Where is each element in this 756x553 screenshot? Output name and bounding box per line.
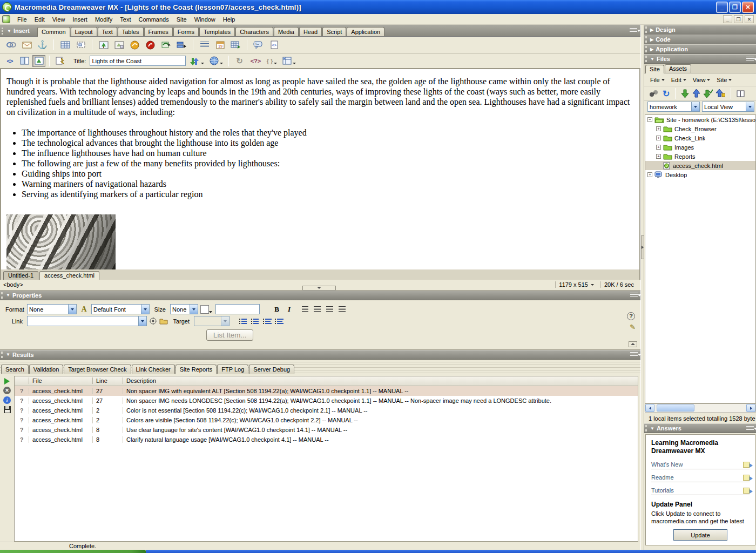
doc-tab-access-check[interactable]: access_check.html <box>39 271 99 280</box>
split-view-icon[interactable] <box>18 55 31 67</box>
description-column-header[interactable]: Description <box>123 377 638 384</box>
insert-tab-forms[interactable]: Forms <box>173 27 199 36</box>
panel-gripper[interactable] <box>645 26 649 33</box>
tree-item-check-browser[interactable]: + Check_Browser <box>645 124 755 133</box>
expand-box-icon[interactable]: + <box>656 154 661 159</box>
results-tab-validation[interactable]: Validation <box>29 365 64 374</box>
format-select[interactable]: None <box>27 304 77 314</box>
tree-item-desktop[interactable]: + Desktop <box>645 170 755 179</box>
panel-gripper[interactable] <box>2 28 5 35</box>
help-icon[interactable]: ? <box>627 312 635 320</box>
answers-panel-header[interactable]: ▼ Answers <box>644 423 756 433</box>
color-value-input[interactable] <box>215 304 260 314</box>
results-tab-ftp-log[interactable]: FTP Log <box>217 365 248 374</box>
panel-gripper[interactable] <box>645 56 649 62</box>
panel-options-icon[interactable] <box>630 28 637 33</box>
scrollbar-thumb[interactable] <box>657 404 694 412</box>
email-link-icon[interactable] <box>20 39 33 51</box>
more-info-icon[interactable]: i <box>3 396 11 404</box>
design-panel-header[interactable]: ▶ Design <box>644 25 756 35</box>
table-row[interactable]: ? access_check.html 2 Colors are visible… <box>15 415 638 425</box>
ordered-list-icon[interactable] <box>252 317 262 326</box>
whats-new-link[interactable]: What's New <box>651 460 750 469</box>
files-menu-site[interactable]: Site <box>714 76 734 84</box>
align-center-icon[interactable] <box>314 306 321 312</box>
start-button[interactable] <box>0 550 146 553</box>
properties-panel-header[interactable]: ▼ Properties <box>0 291 640 300</box>
align-right-icon[interactable] <box>326 306 333 312</box>
menu-commands[interactable]: Commands <box>134 15 172 24</box>
tag-chooser-icon[interactable]: <> <box>267 39 281 51</box>
window-size-selector[interactable]: 1179 x 515 <box>555 281 597 288</box>
justify-icon[interactable] <box>339 306 346 312</box>
size-select[interactable]: None <box>170 304 198 314</box>
design-view-icon[interactable] <box>32 55 45 67</box>
preview-in-browser-icon[interactable] <box>207 55 225 67</box>
chevron-down-icon[interactable] <box>190 305 198 314</box>
dock-collapse-button[interactable] <box>641 235 644 259</box>
readme-link[interactable]: Readme <box>651 473 750 482</box>
code-navigation-icon[interactable]: { } <box>265 55 278 67</box>
panel-gripper[interactable] <box>1 292 4 299</box>
results-tab-target-browser-check[interactable]: Target Browser Check <box>64 365 131 374</box>
outdent-icon[interactable] <box>264 317 274 326</box>
file-management-icon[interactable] <box>187 55 206 67</box>
draw-layer-icon[interactable] <box>74 39 87 51</box>
chevron-down-icon[interactable] <box>141 305 149 314</box>
menu-file[interactable]: File <box>14 15 31 24</box>
dock-divider[interactable] <box>640 25 644 550</box>
restore-button[interactable]: ❐ <box>729 2 741 13</box>
target-select[interactable] <box>194 316 230 326</box>
view-options-icon[interactable] <box>280 55 298 67</box>
insert-tab-head[interactable]: Head <box>299 27 322 36</box>
bold-button[interactable]: B <box>272 305 282 314</box>
flash-icon[interactable] <box>144 39 157 51</box>
chevron-down-icon[interactable] <box>691 102 699 111</box>
files-panel-header[interactable]: ▼ Files <box>644 54 756 64</box>
font-select[interactable]: Default Font <box>91 304 150 314</box>
stop-icon[interactable]: ✕ <box>3 387 11 394</box>
panel-options-icon[interactable] <box>746 57 754 62</box>
bullet-item[interactable]: Warning mariners of navigational hazards <box>22 179 632 189</box>
close-button[interactable]: ✕ <box>742 2 754 13</box>
menu-modify[interactable]: Modify <box>91 15 116 24</box>
image-placeholder-icon[interactable] <box>112 39 126 51</box>
insert-tab-application[interactable]: Application <box>347 27 384 36</box>
comment-icon[interactable]: !-- <box>252 39 265 51</box>
reference-icon[interactable]: <?> <box>247 55 264 67</box>
indent-icon[interactable] <box>276 317 286 326</box>
menu-help[interactable]: Help <box>219 15 239 24</box>
insert-tab-common[interactable]: Common <box>37 27 70 37</box>
bullet-item[interactable]: The following are just a few of the many… <box>22 158 632 168</box>
menu-edit[interactable]: Edit <box>31 15 49 24</box>
table-row[interactable]: ? access_check.html 27 Non spacer IMG ne… <box>15 396 638 406</box>
quick-tag-edit-icon[interactable]: ✎ <box>630 323 636 331</box>
tree-item-images[interactable]: + Images <box>645 143 755 152</box>
table-row[interactable]: ? access_check.html 8 Clarify natural la… <box>15 435 638 444</box>
expand-box-icon[interactable]: + <box>656 145 661 150</box>
site-select[interactable]: homework <box>647 102 700 112</box>
table-row[interactable]: ? access_check.html 8 Use clear language… <box>15 425 638 435</box>
unordered-list-icon[interactable] <box>240 317 250 326</box>
bullet-item[interactable]: The technological advances that brought … <box>22 138 632 148</box>
menu-window[interactable]: Window <box>191 15 219 24</box>
tag-selector[interactable]: <body> <box>3 281 23 288</box>
panel-collapse-button[interactable] <box>302 286 336 291</box>
bullet-item[interactable]: The importance of lighthouses throughout… <box>22 127 632 138</box>
files-menu-file[interactable]: File <box>647 76 667 84</box>
properties-expander-icon[interactable] <box>629 341 637 347</box>
results-tab-server-debug[interactable]: Server Debug <box>249 365 294 374</box>
design-view-document[interactable]: Though it is probable that the lighthous… <box>0 69 640 269</box>
table-row[interactable]: ? access_check.html 27 Non spacer IMG wi… <box>15 386 638 396</box>
check-out-files-icon[interactable] <box>704 89 713 98</box>
panel-options-icon[interactable] <box>746 426 754 431</box>
refresh-site-icon[interactable]: ↻ <box>663 89 670 99</box>
code-view-icon[interactable]: <> <box>3 55 16 67</box>
expand-box-icon[interactable]: + <box>656 136 661 140</box>
file-column-header[interactable]: File <box>29 377 92 384</box>
insert-tab-frames[interactable]: Frames <box>144 27 173 36</box>
tree-item-access-check-html[interactable]: access_check.html <box>645 161 755 170</box>
date-icon[interactable]: 19 <box>213 39 227 51</box>
table-icon[interactable] <box>58 39 72 51</box>
fireworks-html-icon[interactable] <box>128 39 141 51</box>
